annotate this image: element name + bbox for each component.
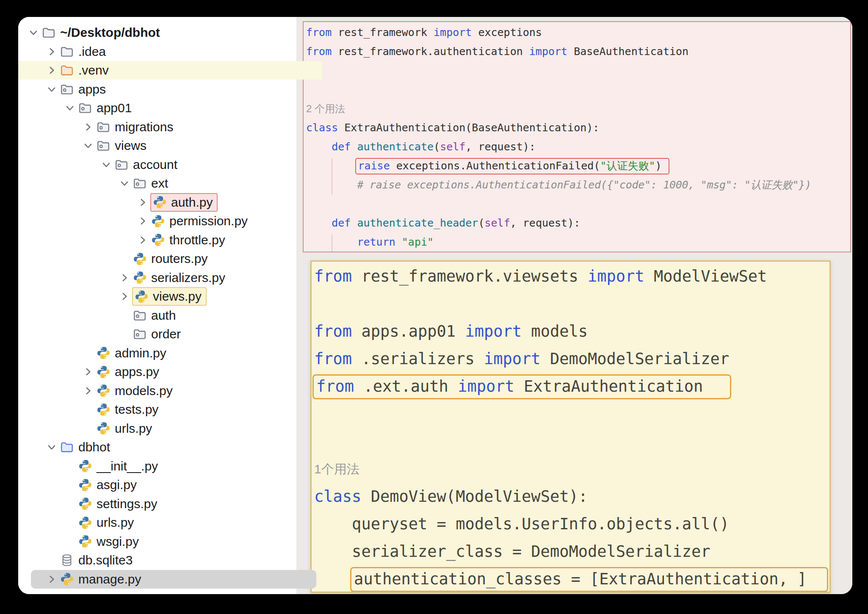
red-annotation-box: raise exceptions.AuthenticationFailed("认… bbox=[355, 158, 669, 174]
code-line: class DemoView(ModelViewSet): bbox=[314, 483, 829, 510]
chevron-down-icon[interactable] bbox=[62, 100, 77, 116]
python-icon bbox=[150, 232, 166, 248]
chevron-spacer bbox=[62, 459, 77, 474]
chevron-right-icon[interactable] bbox=[44, 44, 59, 59]
chevron-right-icon[interactable] bbox=[135, 213, 150, 229]
tree-item-asgi-py[interactable]: asgi.py bbox=[18, 476, 340, 494]
tree-item-apps[interactable]: apps bbox=[18, 80, 322, 99]
tree-item-routers-py[interactable]: routers.py bbox=[18, 249, 395, 268]
tree-item-desktop-dbhot[interactable]: ~/Desktop/dbhot bbox=[18, 23, 304, 42]
tree-item-order[interactable]: order bbox=[18, 325, 395, 343]
chevron-spacer bbox=[62, 534, 77, 549]
tree-item-label: permission.py bbox=[169, 214, 248, 228]
folder-src-icon bbox=[96, 138, 111, 153]
code-line: queryset = models.UserInfo.objects.all() bbox=[314, 510, 829, 538]
chevron-down-icon[interactable] bbox=[80, 138, 96, 153]
usage-hint: 1个用法 bbox=[314, 455, 829, 483]
chevron-spacer bbox=[44, 553, 59, 568]
chevron-right-icon[interactable] bbox=[44, 572, 59, 587]
tree-item-dbhot[interactable]: dbhot bbox=[18, 438, 322, 456]
tree-item-label: urls.py bbox=[97, 515, 134, 530]
tree-item-app01[interactable]: app01 bbox=[18, 99, 340, 117]
python-icon bbox=[77, 534, 93, 549]
chevron-down-icon[interactable] bbox=[44, 82, 59, 97]
tree-item-serializers-py[interactable]: serializers.py bbox=[18, 268, 395, 287]
ide-window: ~/Desktop/dbhot.idea.venvappsapp01migrat… bbox=[18, 17, 852, 594]
chevron-right-icon[interactable] bbox=[117, 289, 132, 304]
chevron-down-icon[interactable] bbox=[26, 25, 41, 40]
chevron-right-icon[interactable] bbox=[80, 383, 96, 398]
tree-item-views-py[interactable]: views.py bbox=[18, 287, 395, 306]
tree-item-views[interactable]: views bbox=[18, 136, 359, 155]
code-line: from rest_framework.authentication impor… bbox=[306, 42, 850, 61]
tree-item-wsgi-py[interactable]: wsgi.py bbox=[18, 532, 340, 551]
orange-annotation-box: authentication_classes = [ExtraAuthentic… bbox=[350, 567, 828, 592]
python-icon bbox=[96, 346, 111, 361]
tree-item-label: views.py bbox=[153, 289, 202, 304]
chevron-down-icon[interactable] bbox=[117, 176, 132, 191]
tree-item-auth-py[interactable]: auth.py bbox=[18, 193, 413, 212]
chevron-right-icon[interactable] bbox=[44, 63, 59, 78]
tree-item-ext[interactable]: ext bbox=[18, 174, 395, 193]
chevron-down-icon[interactable] bbox=[44, 440, 59, 455]
code-line bbox=[306, 61, 850, 80]
tree-item-models-py[interactable]: models.py bbox=[18, 382, 359, 400]
chevron-right-icon[interactable] bbox=[80, 364, 96, 379]
tree-item-settings-py[interactable]: settings.py bbox=[18, 495, 340, 513]
python-icon bbox=[77, 515, 93, 530]
folder-src-icon bbox=[132, 176, 147, 191]
tree-item-label: urls.py bbox=[115, 421, 152, 436]
chevron-right-icon[interactable] bbox=[117, 270, 132, 285]
python-icon bbox=[152, 195, 167, 210]
chevron-spacer bbox=[80, 421, 96, 436]
orange-annotation-box: from .ext.auth import ExtraAuthenticatio… bbox=[312, 374, 731, 399]
tree-item-urls-py[interactable]: urls.py bbox=[18, 419, 359, 438]
tree-item-throttle-py[interactable]: throttle.py bbox=[18, 231, 413, 249]
tree-item-idea[interactable]: .idea bbox=[18, 42, 322, 61]
folder-src-icon bbox=[132, 326, 147, 342]
python-icon bbox=[96, 421, 111, 436]
folder-venv-icon bbox=[59, 63, 75, 78]
tree-item-init-py[interactable]: __init__.py bbox=[18, 457, 340, 476]
chevron-down-icon[interactable] bbox=[99, 157, 114, 172]
tree-item-label: throttle.py bbox=[169, 233, 225, 247]
tree-item-label: settings.py bbox=[97, 497, 157, 511]
chevron-right-icon[interactable] bbox=[80, 119, 96, 135]
folder-src-icon bbox=[132, 308, 147, 323]
tree-item-permission-py[interactable]: permission.py bbox=[18, 212, 413, 230]
tree-item-migrations[interactable]: migrations bbox=[18, 118, 359, 136]
folder-icon bbox=[41, 25, 56, 40]
tree-item-manage-py[interactable]: manage.py bbox=[18, 570, 322, 589]
python-icon bbox=[150, 213, 166, 229]
python-icon bbox=[96, 402, 111, 417]
folder-blue-icon bbox=[59, 440, 75, 455]
folder-icon bbox=[59, 44, 75, 59]
python-icon bbox=[132, 251, 147, 266]
chevron-spacer bbox=[80, 346, 96, 361]
tree-item-admin-py[interactable]: admin.py bbox=[18, 344, 359, 362]
folder-src-icon bbox=[114, 157, 129, 172]
tree-item-label: dbhot bbox=[78, 440, 110, 454]
tree-item-urls-py[interactable]: urls.py bbox=[18, 513, 340, 532]
chevron-spacer bbox=[80, 402, 96, 417]
tree-item-venv[interactable]: .venv bbox=[18, 61, 322, 80]
tree-item-label: manage.py bbox=[78, 572, 141, 586]
tree-item-label: tests.py bbox=[115, 402, 158, 417]
chevron-right-icon[interactable] bbox=[135, 232, 150, 248]
tree-item-db-sqlite3[interactable]: db.sqlite3 bbox=[18, 551, 322, 570]
usage-hint: 2 个用法 bbox=[306, 99, 850, 118]
tree-item-auth[interactable]: auth bbox=[18, 306, 395, 325]
code-line: from rest_framework import exceptions bbox=[306, 23, 850, 42]
chevron-spacer bbox=[62, 477, 77, 492]
tree-item-label: apps bbox=[78, 82, 106, 97]
code-line bbox=[306, 80, 850, 99]
tree-item-account[interactable]: account bbox=[18, 155, 377, 174]
chevron-right-icon[interactable] bbox=[135, 195, 150, 210]
tree-item-tests-py[interactable]: tests.py bbox=[18, 400, 359, 419]
code-line: authentication_classes = [ExtraAuthentic… bbox=[314, 565, 829, 593]
tree-item-label: admin.py bbox=[115, 346, 166, 360]
tree-item-apps-py[interactable]: apps.py bbox=[18, 362, 359, 381]
tree-item-label: app01 bbox=[97, 101, 132, 115]
project-tree[interactable]: ~/Desktop/dbhot.idea.venvappsapp01migrat… bbox=[18, 17, 296, 594]
tree-item-label: account bbox=[133, 158, 177, 172]
